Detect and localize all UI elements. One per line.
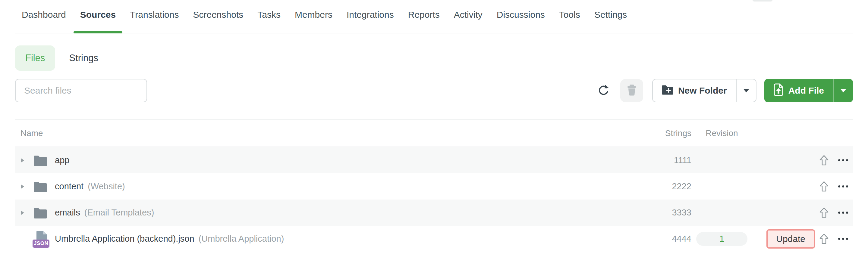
toggle-files[interactable]: Files [15, 45, 55, 71]
strings-count: 4444 [672, 234, 691, 244]
partial-element-top [752, 0, 772, 1]
table-header: Name Strings Revision [15, 120, 853, 147]
nav-item-sources[interactable]: Sources [80, 9, 116, 21]
folder-name[interactable]: app [55, 155, 69, 165]
column-header-strings: Strings [634, 128, 691, 138]
table-row[interactable]: content (Website) 2222 [15, 173, 853, 199]
add-file-label: Add File [788, 85, 824, 96]
json-file-icon: JSON [33, 230, 48, 248]
trash-icon [627, 84, 637, 97]
new-folder-split-button: New Folder [652, 79, 756, 102]
toggle-strings[interactable]: Strings [69, 53, 98, 64]
more-actions-icon[interactable] [838, 156, 848, 164]
project-nav: Dashboard Sources Translations Screensho… [15, 0, 853, 33]
add-file-button[interactable]: Add File [764, 79, 833, 102]
add-file-dropdown[interactable] [833, 79, 853, 102]
new-folder-button[interactable]: New Folder [653, 79, 736, 102]
folder-plus-icon [662, 84, 673, 97]
nav-item-settings[interactable]: Settings [594, 9, 627, 21]
file-title: (Umbrella Application) [198, 234, 284, 244]
nav-item-screenshots[interactable]: Screenshots [193, 9, 243, 21]
expand-caret-icon[interactable] [21, 158, 27, 163]
new-folder-dropdown[interactable] [736, 79, 756, 102]
column-header-name: Name [15, 128, 634, 138]
delete-button[interactable] [620, 79, 643, 102]
strings-count: 3333 [672, 208, 691, 218]
nav-item-members[interactable]: Members [295, 9, 333, 21]
json-badge: JSON [33, 240, 50, 248]
table-row[interactable]: emails (Email Templates) 3333 [15, 199, 853, 226]
strings-count: 1111 [674, 155, 691, 165]
upload-icon[interactable] [819, 207, 829, 218]
folder-title: (Email Templates) [84, 208, 154, 218]
search-input[interactable] [15, 79, 147, 102]
revision-badge[interactable]: 1 [696, 232, 747, 246]
folder-icon [33, 155, 48, 166]
add-file-split-button: Add File [764, 79, 853, 102]
file-name[interactable]: Umbrella Application (backend).json [55, 234, 194, 244]
more-actions-icon[interactable] [838, 209, 848, 217]
folder-icon [33, 207, 48, 218]
nav-item-tools[interactable]: Tools [559, 9, 580, 21]
column-header-revision: Revision [691, 128, 752, 138]
nav-item-reports[interactable]: Reports [408, 9, 440, 21]
table-row[interactable]: app 1111 [15, 147, 853, 173]
view-toggle: Files Strings [15, 45, 853, 71]
sources-page: Dashboard Sources Translations Screensho… [0, 0, 868, 257]
nav-item-dashboard[interactable]: Dashboard [22, 9, 66, 21]
table-row[interactable]: JSON Umbrella Application (backend).json… [15, 226, 853, 252]
nav-item-tasks[interactable]: Tasks [257, 9, 281, 21]
toolbar-actions: New Folder Add File [597, 79, 853, 102]
expand-caret-icon[interactable] [21, 210, 27, 216]
nav-item-discussions[interactable]: Discussions [497, 9, 545, 21]
nav-item-integrations[interactable]: Integrations [347, 9, 394, 21]
refresh-button[interactable] [597, 84, 610, 97]
more-actions-icon[interactable] [838, 235, 848, 243]
upload-icon[interactable] [819, 181, 829, 192]
update-button[interactable]: Update [767, 229, 815, 249]
new-folder-label: New Folder [678, 85, 727, 96]
more-actions-icon[interactable] [838, 182, 848, 190]
folder-icon [33, 181, 48, 192]
files-table: Name Strings Revision app 1111 [15, 120, 853, 252]
file-upload-icon [773, 83, 784, 98]
folder-name[interactable]: emails [55, 208, 80, 218]
chevron-down-icon [743, 89, 749, 93]
upload-icon[interactable] [819, 233, 829, 245]
expand-caret-icon[interactable] [21, 184, 27, 189]
table-body: app 1111 [15, 147, 853, 252]
strings-count: 2222 [672, 181, 691, 191]
folder-title: (Website) [88, 181, 125, 191]
refresh-icon [597, 84, 610, 97]
chevron-down-icon [840, 89, 846, 93]
files-toolbar: New Folder Add File [15, 78, 853, 103]
nav-item-translations[interactable]: Translations [130, 9, 179, 21]
nav-item-activity[interactable]: Activity [454, 9, 483, 21]
folder-name[interactable]: content [55, 181, 84, 191]
upload-icon[interactable] [819, 155, 829, 166]
